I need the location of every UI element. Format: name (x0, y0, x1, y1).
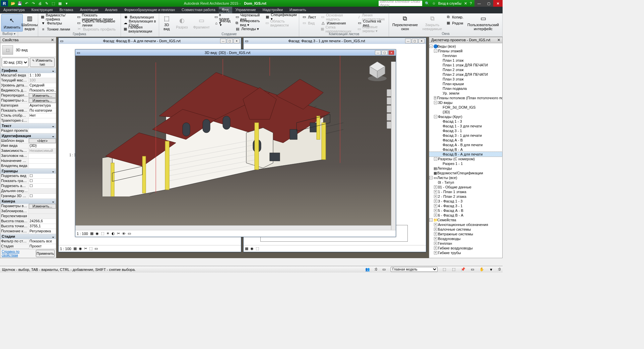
props-row[interactable]: Высота глаза на...24266,6 (0, 219, 56, 224)
model-selector[interactable]: Главная модель (391, 267, 438, 272)
tree-node[interactable]: +Витражные системы (429, 232, 502, 236)
viewport-3d[interactable] (75, 56, 396, 237)
tree-node[interactable]: +Аннотационные обозначения (429, 222, 502, 227)
tree-node[interactable]: +Планы потолков (План потолочного покр (429, 96, 502, 100)
tree-node[interactable]: Фасад 3 - 1 (429, 128, 502, 133)
tree-node[interactable]: +6 - Фасад В - А (429, 213, 502, 218)
view-control-bar[interactable]: ▦◉⬚ (244, 245, 426, 252)
tree-node[interactable]: Фасад 3 - 1 для печати (429, 133, 502, 138)
elevation-button[interactable]: ⌂Фасад ▾ (213, 20, 233, 26)
crop-icon[interactable]: ✂ (117, 231, 120, 236)
qat-icon[interactable]: ⬚ (51, 1, 56, 6)
search-input[interactable]: Введите ключевое слово/фразу (379, 1, 422, 6)
tree-node[interactable]: План 1 этаж (429, 58, 502, 63)
props-row[interactable]: Дальняя секуща... (0, 189, 56, 194)
tree-node[interactable]: +Гибкие трубы (429, 250, 502, 255)
props-section-header[interactable]: Идентификация⌄ (0, 133, 56, 138)
props-row[interactable]: Фильтр по стад...Показать все (0, 239, 56, 244)
help-icon[interactable]: ? (470, 1, 472, 5)
maximize-button[interactable]: ▢ (227, 39, 233, 43)
drag-icon[interactable]: ✋ (479, 267, 485, 272)
filter-icon[interactable]: ▼ (489, 267, 494, 272)
mdi-window-3d[interactable]: ▭3D вид: {3D} - Dom_IGS.rvt—▢✕ (75, 49, 396, 237)
props-row[interactable]: Назначение вида (0, 159, 56, 164)
tree-node[interactable]: −📁Семейства (429, 218, 502, 222)
props-row[interactable]: Имя вида{3D} (0, 143, 56, 149)
props-row[interactable]: Положение кам...Регулировка (0, 229, 56, 234)
tree-node[interactable]: Фасад В - А (429, 147, 502, 152)
props-row[interactable]: Параметры виз...Изменить... (0, 204, 56, 209)
tree-node[interactable]: ▦Ведомости/Спецификации (429, 171, 502, 175)
redo-icon[interactable]: ↷ (31, 1, 36, 6)
select-pinned-icon[interactable]: 📌 (460, 267, 466, 272)
tree-node[interactable]: +Гибкие воздуховоды (429, 246, 502, 250)
tree-node[interactable]: План 1 этаж ДЛЯ ПЕЧАТИ (429, 63, 502, 67)
tree-node[interactable]: −Разрезы (С номером) (429, 157, 502, 161)
tree-node[interactable]: +1 - План 1 этажа (429, 189, 502, 194)
qat-dropdown-icon[interactable]: ▾ (64, 1, 69, 6)
menu-insert[interactable]: Вставка (56, 7, 77, 13)
reveal-icon[interactable]: ▭ (128, 231, 131, 236)
props-row[interactable]: Заблокированн... (0, 209, 56, 214)
props-row[interactable]: Показать грани...☐ (0, 179, 56, 184)
visual-style-icon[interactable]: ⬚ (101, 231, 104, 236)
undo-icon[interactable]: ↶ (24, 1, 29, 6)
minimize-button[interactable]: — (474, 0, 484, 7)
tree-node[interactable]: Фасад 1 - 3 для печати (429, 124, 502, 128)
tree-node[interactable]: План крыши (429, 81, 502, 86)
minimize-button[interactable]: — (405, 39, 411, 43)
tree-node[interactable]: −🔵Виды (все) (429, 44, 502, 49)
tree-node[interactable]: +Генплан (429, 241, 502, 246)
browser-header[interactable]: Диспетчер проектов - Dom_IGS.rvt✕ (429, 37, 502, 43)
legends-button[interactable]: ▤Легенды ▾ (234, 26, 262, 32)
tree-node[interactable]: Разрез 1 - 1 (429, 161, 502, 166)
props-section-header[interactable]: Границы⌄ (0, 169, 56, 174)
print-icon[interactable]: 🖨 (38, 1, 42, 6)
tree-node[interactable]: ▤Легенды (429, 166, 502, 171)
vertical-scrollbar[interactable] (391, 62, 396, 230)
exchange-icon[interactable]: ✕ (464, 1, 467, 6)
props-section-header[interactable]: Камера⌄ (0, 199, 56, 204)
select-underlay-icon[interactable]: ⬚ (451, 267, 456, 272)
view3d-button[interactable]: ⬚3D вид (160, 14, 173, 32)
maximize-button[interactable]: ▢ (412, 39, 418, 43)
tree-node[interactable]: План 3 этаж (429, 77, 502, 81)
menu-annotation[interactable]: Аннотация (76, 7, 102, 13)
view-control-bar[interactable]: 1 : 100 ▦ ◉ ⬚ ☀ ◐ ✂ 👁 ▭ (75, 230, 396, 237)
tree-node[interactable]: +5 - Фасад А - В (429, 208, 502, 213)
edit-type-button[interactable]: ✎ Изменить тип (30, 58, 55, 67)
maximize-button[interactable]: ▢ (484, 0, 493, 7)
qat-icon[interactable]: ✎ (44, 1, 49, 6)
props-row[interactable]: Шаблон вида<Нет> (0, 138, 56, 143)
sun-icon[interactable]: ☀ (106, 231, 110, 236)
replicate-button[interactable]: ⧉Копир. (445, 14, 465, 20)
tree-node[interactable]: −Фасады (Круг) (429, 114, 502, 119)
props-row[interactable]: КатегорияАрхитектура (0, 103, 56, 108)
qat-icon[interactable]: ▦ (58, 1, 62, 6)
shadow-icon[interactable]: ◐ (112, 231, 115, 236)
switch-windows-button[interactable]: ⧉Переключение окон (390, 14, 420, 32)
props-row[interactable]: Стиль отображе...Нет (0, 113, 56, 118)
props-row[interactable]: СтадияПроект (0, 244, 56, 249)
instance-selector[interactable]: 3D вид: {3D} (2, 58, 28, 67)
thin-lines-button[interactable]: ≡Тонкие линии (40, 26, 74, 32)
close-icon[interactable]: ✕ (497, 38, 500, 42)
maximize-button[interactable]: ▢ (382, 50, 388, 55)
tree-node[interactable]: Фасад 1 - 3 (429, 119, 502, 124)
tree-node[interactable]: +Балочные системы (429, 227, 502, 232)
menu-addins[interactable]: Надстройки (259, 7, 286, 13)
properties-header[interactable]: Свойства✕ (0, 37, 56, 43)
save-icon[interactable]: 💾 (17, 1, 22, 6)
filters-button[interactable]: ▼Фильтры (40, 20, 74, 26)
gallery-button[interactable]: ▦Галерея визуализации (122, 26, 157, 32)
props-row[interactable]: Параметры ото...Изменить... (0, 98, 56, 103)
tree-node[interactable]: FOR_3d_DOM_IGS (429, 105, 502, 110)
sheet-button[interactable]: ▭Лист (301, 14, 317, 20)
tree-node[interactable]: +Воздуховоды (429, 236, 502, 241)
props-row[interactable]: Показать невид...По категории (0, 108, 56, 113)
tree-node[interactable]: Фасад А - В для печати (429, 142, 502, 147)
props-row[interactable]: Уровень детали...Средний (0, 83, 56, 88)
editable-icon[interactable]: ▭ (381, 267, 387, 272)
hide-hidden-button[interactable]: ▭Скрыть невидимые линии (76, 20, 120, 26)
tree-node[interactable]: −3D виды (429, 100, 502, 105)
